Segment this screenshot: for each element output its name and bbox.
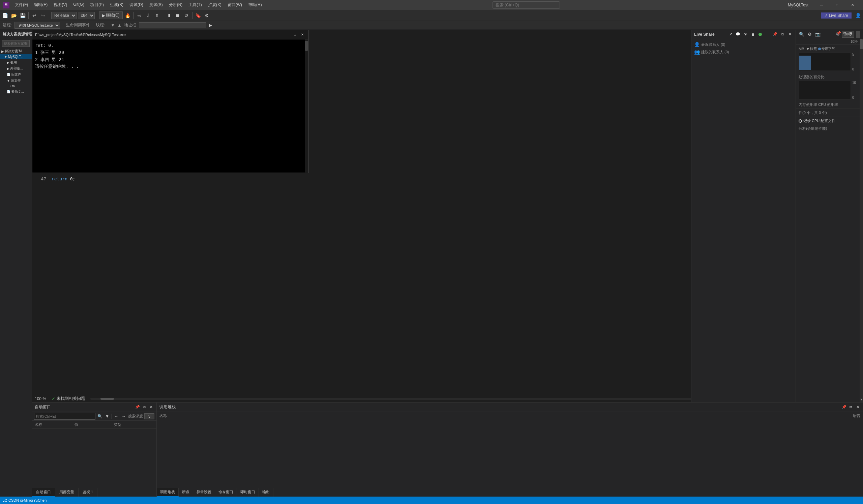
redo-button[interactable]: ↪: [39, 12, 47, 19]
snapshot-btn[interactable]: ▼ 快照: [806, 47, 817, 51]
call-tab-5[interactable]: 输出: [259, 488, 273, 496]
auto-nav-back[interactable]: ←: [113, 413, 119, 419]
menu-build[interactable]: 生成(B): [107, 1, 126, 9]
auto-nav-fwd[interactable]: →: [121, 413, 127, 419]
minimize-button[interactable]: —: [814, 0, 829, 10]
diag-close-btn[interactable]: ✕: [848, 30, 853, 36]
ls-recent-label: 最近联系人 (0): [701, 42, 725, 47]
debug-step-over[interactable]: ⇨: [136, 12, 143, 19]
memory-svg: [799, 53, 851, 71]
auto-depth-input[interactable]: [144, 413, 154, 419]
auto-tab-1[interactable]: 局部变量: [55, 488, 78, 496]
bookmark-button[interactable]: 🔖: [195, 12, 202, 19]
diag-float-btn[interactable]: ⧉: [842, 30, 848, 36]
auto-tab-0[interactable]: 自动窗口: [32, 488, 55, 496]
project-item[interactable]: ▼ MySQLT...: [0, 54, 32, 59]
auto-tab-2[interactable]: 监视 1: [78, 488, 97, 496]
solution-item[interactable]: ▶ 解决方案'M...: [0, 48, 32, 54]
menu-ext[interactable]: 扩展(X): [205, 1, 224, 9]
auto-pin-btn[interactable]: 📌: [135, 405, 140, 410]
project-arrow: ▼: [4, 55, 8, 59]
console-max[interactable]: □: [292, 32, 298, 38]
diag-settings-icon[interactable]: ⚙: [807, 32, 813, 37]
menu-project[interactable]: 项目(P): [88, 1, 107, 9]
account-button[interactable]: 👤: [854, 12, 862, 19]
save-button[interactable]: 💾: [19, 12, 26, 19]
search-input[interactable]: [492, 1, 560, 9]
private-bytes-btn[interactable]: 专用字节: [818, 47, 835, 51]
sidebar-title: 解决方案资源管理器: [0, 30, 32, 39]
addr-input[interactable]: [139, 22, 206, 28]
auto-float-btn[interactable]: ⧉: [141, 405, 147, 410]
diag-camera-icon[interactable]: 📷: [815, 32, 821, 37]
ls-invite-btn[interactable]: ↗: [727, 32, 734, 37]
item-label-5: 资源文...: [11, 89, 24, 94]
config-select[interactable]: Release: [51, 12, 76, 19]
auto-close-btn[interactable]: ✕: [148, 405, 154, 410]
console-close[interactable]: ✕: [299, 32, 305, 38]
ls-pin-btn[interactable]: 📌: [772, 32, 778, 37]
process-select[interactable]: [940] MySQLTest.exe: [14, 22, 60, 29]
auto-search-icon[interactable]: 🔍: [97, 413, 103, 419]
ls-stop-btn[interactable]: ⏹: [750, 32, 756, 37]
sidebar-item-0[interactable]: ▶ 引用: [0, 59, 32, 65]
menu-tools[interactable]: 工具(T): [186, 1, 204, 9]
call-tab-0[interactable]: 调用堆栈: [157, 488, 179, 496]
menu-window[interactable]: 窗口(W): [225, 1, 245, 9]
diag-pin-btn[interactable]: 📌: [836, 30, 841, 36]
restart-button[interactable]: ↺: [183, 12, 190, 19]
menu-file[interactable]: 文件(F): [12, 1, 31, 9]
menu-view[interactable]: 视图(V): [51, 1, 70, 9]
stop-button[interactable]: ⏹: [174, 12, 182, 19]
new-button[interactable]: 📄: [1, 12, 9, 19]
sidebar-item-1[interactable]: ▶ 外部依...: [0, 65, 32, 72]
call-close-btn[interactable]: ✕: [855, 405, 860, 410]
diag-scroll-v[interactable]: [856, 31, 860, 38]
menu-help[interactable]: 帮助(H): [246, 1, 265, 9]
diag-scroll-down[interactable]: ▼: [860, 397, 863, 402]
sidebar-search-input[interactable]: [2, 40, 30, 47]
settings-button[interactable]: ⚙: [203, 12, 211, 19]
auto-search-opts[interactable]: ▼: [104, 413, 110, 419]
ls-more-btn[interactable]: ⋯: [765, 32, 771, 37]
continue-button[interactable]: ▶ 继续(C): [99, 11, 123, 19]
maximize-button[interactable]: □: [829, 0, 845, 10]
diag-search-icon[interactable]: 🔍: [799, 32, 805, 37]
platform-select[interactable]: x64: [78, 12, 95, 19]
menu-git[interactable]: Git(G): [71, 1, 87, 9]
menu-edit[interactable]: 编辑(E): [32, 1, 50, 9]
ls-float-btn[interactable]: ⧉: [779, 32, 786, 37]
fire-icon[interactable]: 🔥: [124, 12, 132, 19]
code-body[interactable]: return 0;: [49, 173, 795, 402]
call-float-btn[interactable]: ⧉: [848, 405, 853, 410]
call-tab-4[interactable]: 即时窗口: [237, 488, 259, 496]
call-tab-2[interactable]: 异常设置: [193, 488, 215, 496]
ls-chat-btn[interactable]: 💬: [735, 32, 741, 37]
console-min[interactable]: —: [285, 32, 291, 38]
menu-analyze[interactable]: 分析(N): [166, 1, 185, 9]
call-tab-1[interactable]: 断点: [179, 488, 193, 496]
editor-scrollbar[interactable]: [90, 398, 707, 400]
menu-debug[interactable]: 调试(D): [127, 1, 146, 9]
menu-test[interactable]: 测试(S): [147, 1, 165, 9]
close-button[interactable]: ✕: [845, 0, 860, 10]
ls-close-btn[interactable]: ✕: [787, 32, 793, 37]
sidebar-item-5[interactable]: 📄 资源文...: [0, 89, 32, 95]
sidebar-item-4[interactable]: + m...: [0, 84, 32, 89]
call-pin-btn[interactable]: 📌: [841, 405, 847, 410]
debug-step-out[interactable]: ⇧: [153, 12, 161, 19]
ls-focus-btn[interactable]: [757, 32, 763, 37]
call-tab-3[interactable]: 命令窗口: [215, 488, 237, 496]
open-button[interactable]: 📂: [10, 12, 17, 19]
sidebar-item-2[interactable]: 📄 头文件: [0, 72, 32, 77]
auto-search-input[interactable]: [34, 413, 96, 420]
console-scrollbar[interactable]: [305, 39, 308, 173]
sidebar-item-3[interactable]: ▼ 源文件: [0, 77, 32, 84]
undo-button[interactable]: ↩: [31, 12, 38, 19]
record-cpu-btn[interactable]: 记录 CPU 配置文件: [799, 118, 860, 123]
pause-button[interactable]: ⏸: [165, 12, 173, 19]
debug-step-into[interactable]: ⇩: [145, 12, 152, 19]
diag-scrollbar[interactable]: ▼: [860, 39, 863, 402]
ls-follow-btn[interactable]: 👁: [742, 32, 748, 37]
live-share-button[interactable]: ↗ Live Share: [821, 12, 852, 18]
